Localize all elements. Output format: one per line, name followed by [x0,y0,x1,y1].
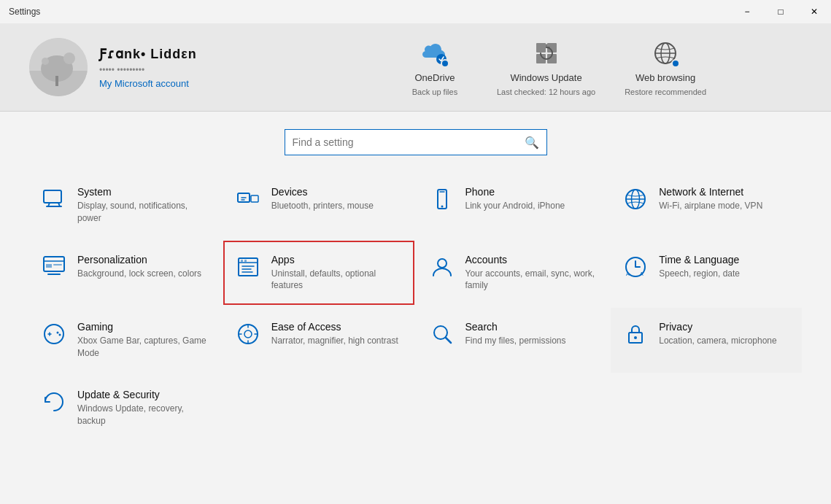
onedrive-action[interactable]: OneDrive Back up files [402,39,468,96]
update-icon [41,389,67,415]
search-text: Search Find my files, permissions [465,321,566,347]
accounts-desc: Your accounts, email, sync, work, family [465,268,597,292]
header: Ƒɾɑnk• Liddεn ••••• ••••••••• My Microso… [0,23,831,112]
setting-item-time[interactable]: AA Time & Language Speech, region, date [611,241,802,306]
svg-text:A: A [640,271,643,276]
setting-item-ease[interactable]: Ease of Access Narrator, magnifier, high… [223,308,414,373]
svg-rect-7 [536,43,546,53]
setting-item-search[interactable]: Search Find my files, permissions [417,308,608,373]
time-text: Time & Language Speech, region, date [659,254,740,280]
setting-item-phone[interactable]: Phone Link your Android, iPhone [417,173,608,238]
system-text: System Display, sound, notifications, po… [77,186,209,225]
windows-update-sub: Last checked: 12 hours ago [497,88,595,96]
svg-point-34 [244,330,252,338]
setting-item-update[interactable]: Update & Security Windows Update, recove… [29,376,220,441]
minimize-button[interactable]: − [730,0,764,23]
profile-info: Ƒɾɑnk• Liddεn ••••• ••••••••• My Microso… [99,46,197,89]
svg-rect-24 [241,260,243,262]
setting-item-system[interactable]: System Display, sound, notifications, po… [29,173,220,238]
system-icon [41,186,67,212]
svg-point-5 [42,58,49,65]
setting-item-network[interactable]: Network & Internet Wi-Fi, airplane mode,… [611,173,802,238]
setting-item-accounts[interactable]: Accounts Your accounts, email, sync, wor… [417,241,608,306]
apps-icon [235,254,261,280]
svg-point-31 [57,332,59,334]
onedrive-icon [420,39,449,68]
svg-text:A: A [626,271,630,276]
time-title: Time & Language [659,254,740,265]
web-browsing-sub: Restore recommended [625,88,706,96]
maximize-button[interactable]: □ [764,0,797,23]
system-desc: Display, sound, notifications, power [77,200,209,225]
phone-text: Phone Link your Android, iPhone [465,186,565,212]
profile-email: ••••• ••••••••• [99,65,197,75]
accounts-text: Accounts Your accounts, email, sync, wor… [465,254,597,292]
titlebar: Settings − □ ✕ [0,0,831,23]
avatar[interactable] [29,38,88,96]
accounts-icon [429,254,455,280]
windows-update-action[interactable]: Windows Update Last checked: 12 hours ag… [497,39,595,96]
privacy-desc: Location, camera, microphone [659,335,776,347]
search-icon [429,321,455,347]
privacy-title: Privacy [659,321,776,333]
titlebar-controls: − □ ✕ [730,0,831,23]
windows-update-icon [532,39,561,68]
svg-rect-13 [44,190,61,203]
search-section: 🔍 [0,112,831,173]
system-title: System [77,186,209,198]
profile-name: Ƒɾɑnk• Liddεn [99,46,197,62]
close-button[interactable]: ✕ [797,0,831,23]
web-browsing-action[interactable]: Web browsing Restore recommended [625,39,706,96]
settings-grid: System Display, sound, notifications, po… [29,173,802,440]
setting-item-privacy[interactable]: Privacy Location, camera, microphone [611,308,802,373]
search-title: Search [465,321,566,333]
svg-rect-21 [46,264,52,268]
web-browsing-badge [671,59,680,68]
time-desc: Speech, region, date [659,268,740,280]
svg-rect-22 [53,264,62,265]
update-text: Update & Security Windows Update, recove… [77,389,209,427]
svg-point-37 [634,336,637,339]
svg-point-26 [438,259,447,268]
search-icon[interactable]: 🔍 [525,136,539,150]
update-title: Update & Security [77,389,209,400]
search-box[interactable]: 🔍 [285,129,547,155]
svg-rect-15 [251,195,258,202]
network-title: Network & Internet [659,186,762,198]
svg-point-4 [63,53,75,64]
accounts-title: Accounts [465,254,597,265]
search-input[interactable] [293,136,525,148]
gaming-title: Gaming [77,321,209,333]
main-content: System Display, sound, notifications, po… [0,173,831,454]
windows-update-label: Windows Update [510,72,581,83]
search-desc: Find my files, permissions [465,335,566,347]
gaming-icon [41,321,67,347]
ease-icon [235,321,261,347]
personalization-icon [41,254,67,280]
setting-item-personalization[interactable]: Personalization Background, lock screen,… [29,241,220,306]
time-icon: AA [622,254,649,280]
svg-rect-3 [55,76,58,86]
network-desc: Wi-Fi, airplane mode, VPN [659,200,762,212]
ease-title: Ease of Access [271,321,398,333]
network-icon [622,186,649,212]
setting-item-apps[interactable]: Apps Uninstall, defaults, optional featu… [223,241,414,306]
profile-section: Ƒɾɑnk• Liddεn ••••• ••••••••• My Microso… [29,38,277,96]
titlebar-title: Settings [9,7,40,17]
devices-desc: Bluetooth, printers, mouse [271,200,374,212]
gaming-text: Gaming Xbox Game Bar, captures, Game Mod… [77,321,209,360]
phone-title: Phone [465,186,565,198]
setting-item-devices[interactable]: Devices Bluetooth, printers, mouse [223,173,414,238]
microsoft-account-link[interactable]: My Microsoft account [99,78,197,89]
setting-item-gaming[interactable]: Gaming Xbox Game Bar, captures, Game Mod… [29,308,220,373]
devices-title: Devices [271,186,374,198]
privacy-icon [622,321,649,347]
personalization-desc: Background, lock screen, colors [77,268,201,280]
ease-desc: Narrator, magnifier, high contrast [271,335,398,347]
personalization-title: Personalization [77,254,201,265]
devices-icon [235,186,261,212]
apps-desc: Uninstall, defaults, optional features [271,268,403,292]
web-browsing-label: Web browsing [635,72,695,83]
onedrive-sub: Back up files [412,88,457,96]
web-browsing-icon [651,39,680,68]
